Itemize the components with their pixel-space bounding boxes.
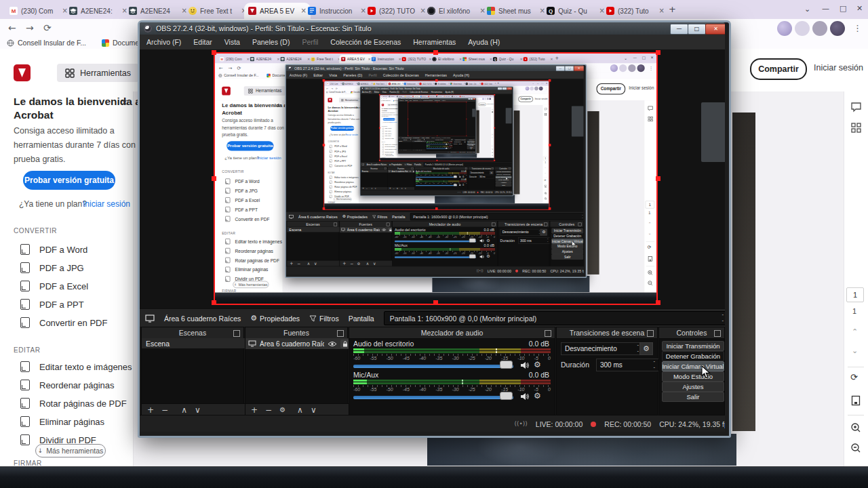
zoom-out-icon[interactable] bbox=[492, 155, 494, 157]
channel2-gear-icon[interactable]: ⚙ bbox=[462, 184, 465, 186]
browser-tab[interactable]: El xilofóno × bbox=[430, 55, 464, 63]
volume-handle[interactable] bbox=[500, 392, 513, 400]
browser-tab[interactable]: Sheet mus × bbox=[460, 55, 494, 63]
window-maximize-button[interactable]: □ bbox=[840, 5, 846, 12]
sidebar-item-reorder[interactable]: Reordenar páginas bbox=[382, 146, 395, 148]
obs-preview[interactable]: M (230) Com × A2ENE24: × A2ENE24 × Free … bbox=[286, 79, 584, 211]
free-trial-button[interactable]: Probar versión gratuita bbox=[330, 126, 354, 131]
visibility-eye-icon[interactable] bbox=[328, 341, 337, 347]
rotate-page-icon[interactable]: ⟳ bbox=[850, 373, 858, 382]
transitions-header[interactable]: Transiciones de escena bbox=[469, 167, 494, 169]
extension-icon[interactable] bbox=[534, 87, 538, 91]
dock-icon[interactable] bbox=[387, 223, 390, 226]
extension-icon[interactable] bbox=[777, 21, 792, 36]
profile-avatar[interactable] bbox=[539, 87, 543, 91]
selection-handle[interactable] bbox=[433, 50, 438, 55]
start-streaming-button[interactable]: Iniciar Transmisión bbox=[551, 228, 583, 234]
duration-spinbox[interactable]: 300 ms ⌃⌄ bbox=[518, 237, 551, 244]
display-select[interactable]: Pantalla 1: 1600x900 @ 0,0 (Monitor prin… bbox=[384, 311, 725, 325]
transitions-header[interactable]: Transiciones de escena bbox=[498, 222, 549, 228]
zoom-out-icon[interactable] bbox=[647, 280, 654, 287]
page-up-icon[interactable]: ⌃ bbox=[648, 222, 652, 226]
remove-source-icon[interactable]: − bbox=[350, 262, 353, 266]
fit-page-icon[interactable] bbox=[647, 256, 654, 262]
obs-minimize-button[interactable]: — bbox=[555, 66, 565, 71]
channel2-gear-icon[interactable]: ⚙ bbox=[486, 254, 490, 258]
comments-icon[interactable] bbox=[849, 100, 863, 114]
menu-herramientas[interactable]: Herramientas bbox=[431, 91, 442, 93]
sidebar-item-pdf-word[interactable]: PDF a Word bbox=[330, 145, 347, 148]
stop-recording-button[interactable]: Detener Grabación bbox=[662, 351, 724, 361]
profile-avatar[interactable] bbox=[830, 21, 845, 36]
browser-tab[interactable]: Free Text t × bbox=[309, 55, 342, 63]
back-icon[interactable]: ← bbox=[8, 23, 16, 33]
menu-paneles[interactable]: Paneles (D) bbox=[252, 38, 290, 46]
tab-close-icon[interactable]: × bbox=[550, 58, 553, 61]
browser-tab[interactable]: (322) TUTO × bbox=[363, 3, 430, 19]
plan-signin-link[interactable]: Iniciar sesión bbox=[391, 122, 397, 123]
remove-scene-icon[interactable]: − bbox=[297, 262, 300, 266]
settings-button[interactable]: Ajustes bbox=[662, 382, 724, 392]
selection-handle[interactable] bbox=[379, 94, 380, 96]
page-number-input[interactable]: 1 bbox=[491, 134, 493, 136]
dock-icon[interactable] bbox=[337, 330, 344, 337]
back-icon[interactable]: ← bbox=[381, 98, 382, 100]
menu-vista[interactable]: Vista bbox=[382, 91, 387, 93]
channel1-volume-slider[interactable] bbox=[353, 363, 513, 371]
menu-herramientas[interactable]: Herramientas bbox=[413, 38, 456, 46]
transition-select[interactable]: Desvanecimiento ⌃⌄ bbox=[500, 229, 542, 236]
transitions-header[interactable]: Transiciones de escena bbox=[557, 327, 657, 339]
tools-button[interactable]: Herramientas bbox=[244, 86, 286, 96]
page-up-icon[interactable]: ⌃ bbox=[492, 139, 492, 140]
source-selection-border[interactable] bbox=[408, 102, 467, 136]
display-select[interactable]: Pantalla 1: 1600x900 @ 0,0 (Monitor prin… bbox=[410, 213, 584, 220]
source-properties-gear-icon[interactable]: ⚙ bbox=[279, 407, 285, 413]
tab-list-chevron[interactable]: ⌄ bbox=[624, 56, 627, 60]
menu-paneles[interactable]: Paneles (D) bbox=[389, 91, 399, 93]
dock-icon[interactable] bbox=[474, 140, 475, 140]
dock-icon[interactable] bbox=[647, 330, 654, 337]
selection-handle[interactable] bbox=[494, 160, 495, 161]
menu-perfil[interactable]: Perfil bbox=[302, 38, 318, 46]
volume-handle[interactable] bbox=[469, 239, 476, 243]
tools-button[interactable]: Herramientas bbox=[339, 98, 360, 102]
extension-icon[interactable] bbox=[795, 21, 810, 36]
obs-minimize-button[interactable]: — bbox=[670, 24, 688, 35]
rotate-page-icon[interactable]: ⟳ bbox=[545, 179, 547, 181]
zoom-in-icon[interactable] bbox=[647, 269, 654, 276]
browser-tab[interactable]: Free Text t × bbox=[184, 3, 251, 19]
share-button[interactable]: Compartir bbox=[597, 83, 626, 94]
transition-select[interactable]: Desvanecimiento ⌃⌄ bbox=[469, 171, 491, 174]
menu-ayuda[interactable]: Ayuda (H) bbox=[468, 38, 500, 46]
forward-icon[interactable]: → bbox=[26, 23, 34, 33]
visibility-eye-icon[interactable] bbox=[409, 170, 412, 171]
transition-gear-button[interactable]: ⚙ bbox=[490, 171, 493, 174]
scene-item[interactable]: Escena bbox=[287, 227, 342, 232]
obs-close-button[interactable]: ✕ bbox=[705, 24, 725, 35]
channel2-volume-slider[interactable] bbox=[353, 394, 513, 402]
reload-icon[interactable]: ⟳ bbox=[237, 65, 241, 70]
selection-handle[interactable] bbox=[323, 144, 326, 146]
window-minimize-button[interactable]: — bbox=[822, 5, 829, 12]
selection-handle[interactable] bbox=[437, 102, 437, 102]
menu-coleccion[interactable]: Colección de Escenas bbox=[410, 91, 428, 93]
studio-mode-button[interactable]: Modo Estudio bbox=[662, 371, 724, 382]
channel2-gear-icon[interactable]: ⚙ bbox=[534, 392, 541, 400]
channel2-volume-slider[interactable] bbox=[427, 148, 448, 149]
window-close-button[interactable]: ✕ bbox=[650, 56, 654, 60]
source-selection-border[interactable]: M (230) Com × A2ENE24: × A2ENE24 × Free … bbox=[323, 80, 549, 209]
selection-handle[interactable] bbox=[379, 127, 380, 129]
selection-handle[interactable] bbox=[437, 160, 438, 161]
sidebar-item-convert-pdf[interactable]: Convertir en PDF bbox=[20, 317, 107, 328]
sidebar-item-pdf-ppt[interactable]: PDF a PPT bbox=[382, 136, 391, 137]
sidebar-item-delete-pages[interactable]: Eliminar páginas bbox=[330, 190, 351, 193]
bookmark-item[interactable]: Consell Insular de F... bbox=[218, 73, 258, 77]
browser-tab-active[interactable]: AREA 5 EV × bbox=[339, 55, 373, 63]
exit-button[interactable]: Salir bbox=[467, 148, 475, 149]
window-maximize-button[interactable]: □ bbox=[642, 56, 646, 60]
add-scene-icon[interactable]: + bbox=[147, 406, 154, 414]
dock-icon[interactable] bbox=[544, 223, 547, 226]
fit-page-icon[interactable] bbox=[849, 394, 863, 407]
scene-down-icon[interactable]: ∨ bbox=[195, 406, 201, 414]
sidebar-item-pdf-ppt[interactable]: PDF a PPT bbox=[330, 159, 346, 162]
